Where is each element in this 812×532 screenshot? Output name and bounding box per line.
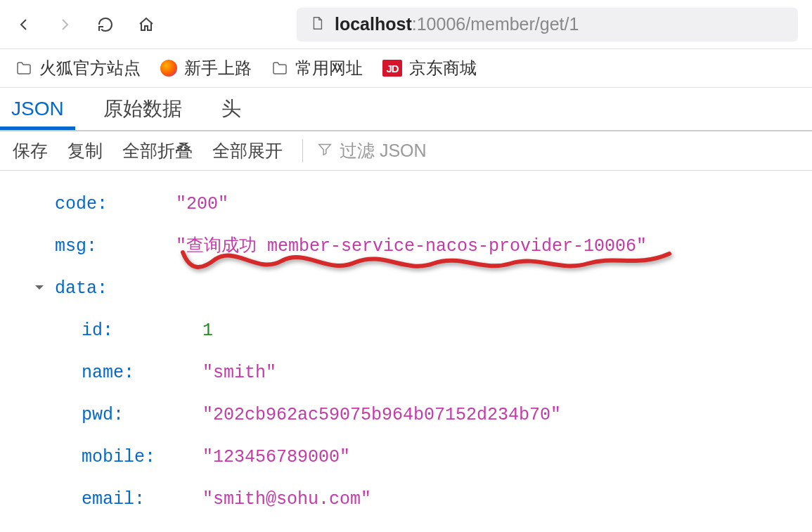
funnel-icon bbox=[317, 141, 333, 161]
json-value: "202cb962ac59075b964b07152d234b70" bbox=[202, 401, 561, 429]
expand-all-button[interactable]: 全部展开 bbox=[212, 139, 283, 162]
json-row[interactable]: id:1 bbox=[13, 310, 812, 352]
json-row[interactable]: code:"200" bbox=[13, 183, 812, 226]
collapse-all-button[interactable]: 全部折叠 bbox=[122, 139, 193, 162]
json-value: "smith" bbox=[202, 359, 276, 387]
json-key: msg: bbox=[55, 236, 97, 257]
json-key: data: bbox=[55, 278, 108, 299]
copy-button[interactable]: 复制 bbox=[67, 139, 103, 162]
filter-placeholder: 过滤 JSON bbox=[340, 139, 427, 162]
home-button[interactable] bbox=[136, 15, 156, 34]
page-icon bbox=[309, 15, 325, 34]
json-value: 1 bbox=[202, 528, 213, 532]
json-key: email: bbox=[82, 489, 145, 510]
json-key: mobile: bbox=[82, 447, 155, 467]
json-key: pwd: bbox=[82, 405, 124, 425]
expand-toggle-icon[interactable] bbox=[34, 282, 55, 293]
bookmark-item[interactable]: JD京东商城 bbox=[382, 57, 477, 79]
json-value: 1 bbox=[202, 317, 213, 345]
url-host: localhost bbox=[335, 14, 412, 34]
reload-button[interactable] bbox=[96, 15, 115, 34]
folder-icon bbox=[271, 60, 288, 77]
bookmark-label: 新手上路 bbox=[184, 57, 252, 79]
address-bar[interactable]: localhost:10006/member/get/1 bbox=[297, 8, 798, 41]
json-row[interactable]: msg:"查询成功 member-service-nacos-provider-… bbox=[13, 226, 812, 268]
json-value: "200" bbox=[176, 190, 228, 219]
firefox-icon bbox=[160, 60, 177, 77]
bookmark-item[interactable]: 火狐官方站点 bbox=[15, 57, 141, 79]
json-toolbar: 保存 复制 全部折叠 全部展开 过滤 JSON bbox=[0, 131, 812, 171]
viewer-tabs: JSON原始数据头 bbox=[0, 88, 812, 131]
tab-headers[interactable]: 头 bbox=[213, 96, 250, 131]
json-row[interactable]: name:"smith" bbox=[13, 352, 812, 394]
nav-controls bbox=[14, 15, 156, 34]
json-row[interactable]: gender:1 bbox=[13, 521, 812, 532]
bookmark-label: 火狐官方站点 bbox=[39, 57, 141, 79]
json-row[interactable]: data: bbox=[13, 268, 812, 310]
browser-nav-bar: localhost:10006/member/get/1 bbox=[0, 0, 812, 49]
json-row[interactable]: pwd:"202cb962ac59075b964b07152d234b70" bbox=[13, 394, 812, 436]
json-row[interactable]: mobile:"123456789000" bbox=[13, 436, 812, 479]
json-row[interactable]: email:"smith@sohu.com" bbox=[13, 479, 812, 521]
forward-button[interactable] bbox=[55, 15, 75, 34]
bookmark-item[interactable]: 新手上路 bbox=[160, 57, 252, 79]
url-path: /member/get/1 bbox=[465, 14, 579, 34]
bookmark-item[interactable]: 常用网址 bbox=[271, 57, 363, 79]
jd-icon: JD bbox=[382, 60, 402, 77]
bookmarks-bar: 火狐官方站点新手上路常用网址JD京东商城 bbox=[0, 49, 812, 88]
json-value: "smith@sohu.com" bbox=[202, 486, 371, 514]
json-key: name: bbox=[82, 363, 134, 383]
json-value: "查询成功 member-service-nacos-provider-1000… bbox=[176, 233, 647, 261]
bookmark-label: 常用网址 bbox=[295, 57, 363, 79]
json-key: code: bbox=[55, 194, 108, 214]
tab-raw-data[interactable]: 原始数据 bbox=[95, 96, 191, 131]
json-key: id: bbox=[82, 320, 113, 341]
bookmark-label: 京东商城 bbox=[409, 57, 477, 79]
url-port: :10006 bbox=[412, 14, 465, 34]
back-button[interactable] bbox=[14, 15, 34, 34]
folder-icon bbox=[15, 60, 32, 77]
tab-json[interactable]: JSON bbox=[3, 98, 72, 129]
filter-input[interactable]: 过滤 JSON bbox=[302, 139, 427, 162]
json-viewer: code:"200"msg:"查询成功 member-service-nacos… bbox=[0, 171, 812, 532]
json-value: "123456789000" bbox=[202, 443, 350, 472]
save-button[interactable]: 保存 bbox=[13, 139, 48, 162]
url-text: localhost:10006/member/get/1 bbox=[335, 14, 579, 34]
